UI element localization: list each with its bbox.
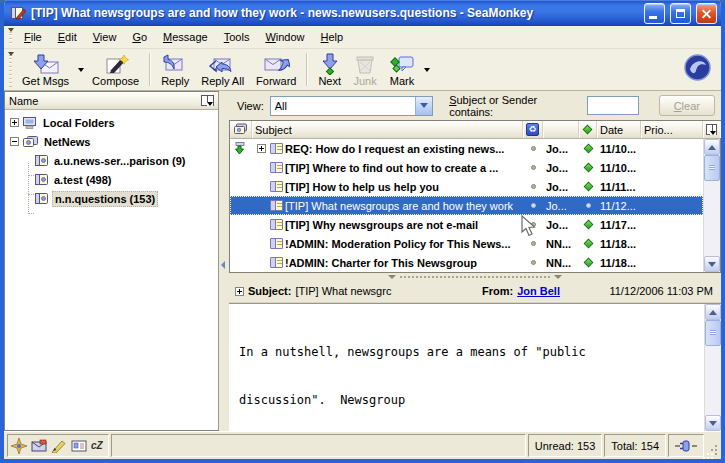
unread-diamond-icon (583, 239, 593, 249)
filter-input[interactable] (587, 96, 639, 115)
name-column-header[interactable]: Name (9, 95, 201, 107)
compose-button[interactable]: Compose (86, 50, 145, 89)
mail-icon[interactable] (31, 439, 47, 453)
forward-button[interactable]: Forward (250, 50, 302, 89)
close-button[interactable] (696, 3, 717, 24)
thread-row[interactable]: !ADMIN: Moderation Policy for This News.… (230, 234, 703, 253)
maximize-button[interactable] (670, 3, 691, 24)
folder-netnews[interactable]: NetNews (5, 132, 218, 151)
get-msgs-button[interactable]: Get Msgs (16, 50, 75, 89)
mark-dropdown[interactable] (421, 50, 432, 89)
junk-column-icon: ♻ (526, 123, 539, 136)
thread-row[interactable]: REQ: How do I request an existing news..… (230, 139, 703, 158)
junk-button[interactable]: Junk (347, 50, 383, 89)
thread-scrollbar[interactable] (703, 139, 720, 272)
pane-splitter[interactable] (219, 91, 229, 431)
expand-headers-icon[interactable] (235, 287, 244, 296)
minimize-button[interactable] (644, 3, 665, 24)
thread-column-header[interactable] (230, 121, 252, 138)
view-dropdown[interactable]: All (270, 96, 433, 116)
menu-edit[interactable]: Edit (50, 28, 85, 46)
thread-pane: Subject ♻ Date Prio... REQ: How (229, 120, 721, 273)
message-icon (270, 162, 283, 173)
sender-column-header[interactable] (543, 121, 579, 138)
menu-window[interactable]: Window (257, 28, 312, 46)
thread-list: REQ: How do I request an existing news..… (230, 139, 720, 272)
seamonkey-window: [TIP] What newsgroups are and how they w… (0, 0, 725, 463)
unread-diamond-icon (583, 125, 593, 135)
menu-file[interactable]: File (16, 28, 50, 46)
menubar-grippy[interactable] (7, 28, 14, 46)
newsgroup-icon (34, 192, 49, 205)
seamonkey-logo[interactable] (684, 54, 711, 85)
online-status[interactable] (668, 434, 704, 457)
message-pane: In a nutshell, newsgroups are a means of… (229, 303, 721, 431)
unread-diamond-icon (583, 163, 593, 173)
scroll-up-button[interactable] (705, 304, 721, 320)
message-pane-splitter[interactable] (229, 273, 721, 280)
mark-button[interactable]: Mark (383, 50, 421, 89)
folder-pane-header[interactable]: Name (5, 92, 218, 110)
thread-row-clipped[interactable]: !ADMIN: Charter for This Newsgroup NN...… (230, 253, 703, 272)
menu-view[interactable]: View (85, 28, 125, 46)
composer-icon[interactable] (51, 439, 67, 453)
app-icon (10, 5, 26, 21)
resize-grip[interactable] (706, 434, 719, 457)
scroll-thumb[interactable] (705, 320, 721, 346)
clear-button[interactable]: Clear (659, 95, 715, 116)
unread-column-header[interactable] (579, 121, 597, 138)
folder-local-folders[interactable]: Local Folders (5, 113, 218, 132)
message-icon (270, 181, 283, 192)
toolbar-grippy[interactable] (7, 52, 14, 87)
read-dot-icon (531, 184, 536, 189)
chevron-down-icon (424, 68, 430, 72)
column-picker[interactable] (703, 121, 720, 138)
folder-newsgroup[interactable]: a.u.news-ser...parison (9) (5, 151, 218, 170)
thread-row[interactable]: [TIP] Why newsgroups are not e-mail Jo..… (230, 215, 703, 234)
subject-label: Subject: (248, 285, 291, 297)
junk-status-column-header[interactable]: ♻ (523, 121, 543, 138)
folder-column-picker-icon[interactable] (201, 95, 214, 106)
message-icon (270, 257, 283, 268)
thread-row-selected[interactable]: [TIP] What newsgroups are and how they w… (230, 196, 703, 215)
scroll-up-button[interactable] (704, 139, 720, 155)
menu-help[interactable]: Help (313, 28, 352, 46)
get-msgs-dropdown[interactable] (75, 50, 86, 89)
thread-row[interactable]: [TIP] How to help us help you Jo... 11/1… (230, 177, 703, 196)
navigator-icon[interactable] (11, 438, 27, 454)
reply-all-button[interactable]: Reply All (195, 50, 250, 89)
mouse-cursor (520, 215, 537, 239)
scroll-thumb[interactable] (704, 155, 720, 181)
splitter-grippy (400, 276, 550, 278)
message-icon (270, 143, 283, 154)
subject-column-header[interactable]: Subject (252, 121, 523, 138)
collapse-icon[interactable] (10, 137, 19, 146)
folder-newsgroup-selected[interactable]: n.n.questions (153) (5, 189, 218, 208)
menu-go[interactable]: Go (124, 28, 155, 46)
address-book-icon[interactable] (71, 439, 87, 453)
reply-icon (162, 53, 188, 75)
message-scrollbar[interactable] (704, 304, 721, 431)
message-body: In a nutshell, newsgroups are a means of… (229, 304, 704, 431)
view-dropdown-value: All (271, 100, 415, 112)
expand-thread-icon[interactable] (257, 144, 266, 153)
scroll-down-button[interactable] (704, 256, 720, 272)
expand-icon[interactable] (10, 118, 19, 127)
thread-row[interactable]: [TIP] Where to find out how to create a … (230, 158, 703, 177)
newsgroup-icon (34, 173, 49, 186)
menu-tools[interactable]: Tools (216, 28, 258, 46)
chatzilla-icon[interactable]: cZ (91, 440, 103, 451)
from-link[interactable]: Jon Bell (517, 285, 560, 297)
view-label: View: (237, 100, 264, 112)
unread-diamond-icon (583, 220, 593, 230)
folder-newsgroup[interactable]: a.test (498) (5, 170, 218, 189)
priority-column-header[interactable]: Prio... (641, 121, 703, 138)
next-button[interactable]: Next (312, 50, 347, 89)
reply-button[interactable]: Reply (155, 50, 195, 89)
read-dot-icon (531, 260, 536, 265)
menu-message[interactable]: Message (155, 28, 216, 46)
view-dropdown-button[interactable] (415, 97, 432, 115)
scroll-down-button[interactable] (705, 415, 721, 431)
date-column-header[interactable]: Date (597, 121, 641, 138)
title-bar[interactable]: [TIP] What newsgroups are and how they w… (4, 0, 721, 26)
